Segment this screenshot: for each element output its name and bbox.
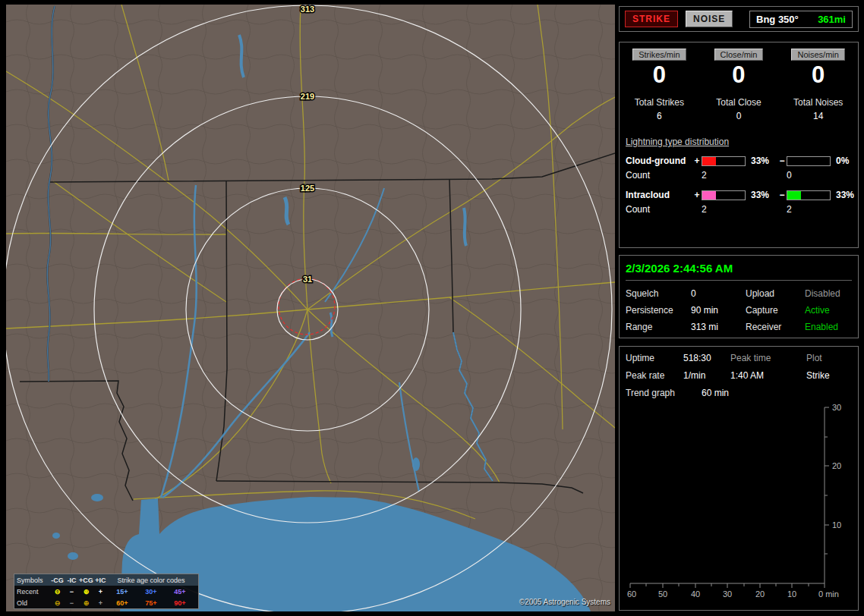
total-strikes-value: 6 bbox=[620, 111, 699, 121]
toolbar-panel: STRIKE NOISE Bng 350° 361mi bbox=[619, 6, 859, 32]
trend-x-40: 40 bbox=[691, 589, 700, 599]
legend-symbols-header: Symbols bbox=[17, 577, 50, 584]
trend-graph: 30 20 10 60 50 40 30 20 10 0 min bbox=[626, 401, 853, 600]
old-neg-ic-symbol: − bbox=[65, 599, 79, 607]
persistence-value: 90 min bbox=[691, 305, 746, 316]
trend-axes bbox=[630, 407, 829, 588]
range-label-313: 313 bbox=[301, 5, 314, 14]
peak-rate-value: 1/min bbox=[683, 370, 730, 381]
legend-old-label: Old bbox=[17, 599, 50, 607]
uptime-row: Uptime 518:30 Peak time Plot bbox=[626, 353, 852, 363]
ic-count-label: Count bbox=[626, 204, 692, 215]
plus-sign: + bbox=[692, 156, 702, 166]
bearing-value: 361mi bbox=[818, 14, 846, 25]
intracloud-label: Intracloud bbox=[626, 190, 692, 200]
lightning-distribution: Lightning type distribution Cloud-ground… bbox=[620, 121, 858, 215]
noise-button[interactable]: NOISE bbox=[686, 11, 733, 27]
ic-plus-count: 2 bbox=[702, 204, 749, 215]
cloud-ground-row: Cloud-ground + 33% − 0% bbox=[626, 156, 852, 166]
strikes-per-min-header[interactable]: Strikes/min bbox=[632, 49, 686, 61]
legend-recent-row: Recent ⊖ − ⊕ + 15+ 30+ 45+ bbox=[14, 586, 198, 597]
recent-neg-ic-symbol: − bbox=[65, 588, 79, 596]
cg-minus-count: 0 bbox=[787, 170, 834, 181]
age-60: 60+ bbox=[108, 599, 137, 607]
age-75: 75+ bbox=[137, 599, 166, 607]
range-label-31: 31 bbox=[303, 275, 312, 284]
close-per-min-header[interactable]: Close/min bbox=[714, 49, 764, 61]
cg-minus-bar bbox=[787, 156, 831, 166]
ic-plus-pct: 33% bbox=[749, 190, 777, 200]
legend-header-row: Symbols -CG -IC +CG +IC Strike age color… bbox=[14, 574, 198, 586]
trend-x-0-min: 0 min bbox=[818, 589, 839, 599]
peak-rate-label: Peak rate bbox=[626, 370, 683, 381]
total-close-label: Total Close bbox=[699, 97, 779, 108]
cloud-ground-count-row: Count 2 0 bbox=[626, 170, 852, 181]
recent-pos-ic-symbol: + bbox=[93, 588, 108, 596]
current-datetime: 2/3/2026 2:44:56 AM bbox=[626, 262, 852, 275]
cg-count-label: Count bbox=[626, 170, 692, 181]
age-90: 90+ bbox=[166, 599, 194, 607]
legend-age-title: Strike age color codes bbox=[108, 577, 194, 584]
noises-per-min-header[interactable]: Noises/min bbox=[791, 49, 844, 61]
plus-sign: + bbox=[692, 190, 702, 200]
squelch-value: 0 bbox=[691, 288, 746, 299]
total-strikes-label: Total Strikes bbox=[620, 97, 699, 108]
peak-rate-row: Peak rate 1/min 1:40 AM Strike bbox=[626, 370, 852, 381]
copyright-text: ©2005 Astrogenic Systems bbox=[519, 598, 610, 606]
trend-y-10: 10 bbox=[832, 520, 841, 530]
old-neg-cg-symbol: ⊖ bbox=[50, 599, 65, 607]
strikes-per-min-value: 0 bbox=[620, 62, 699, 88]
old-pos-cg-symbol: ⊕ bbox=[79, 599, 93, 607]
ic-minus-pct: 33% bbox=[834, 190, 859, 200]
cg-plus-count: 2 bbox=[702, 170, 749, 181]
strike-button[interactable]: STRIKE bbox=[625, 11, 678, 27]
plot-value: Strike bbox=[806, 370, 852, 381]
noises-per-min-value: 0 bbox=[778, 62, 858, 88]
lightning-map[interactable]: 313 219 125 31 Symbols -CG -IC +CG +IC S… bbox=[6, 5, 615, 611]
minus-sign: − bbox=[777, 156, 787, 166]
ic-plus-bar bbox=[702, 190, 746, 200]
stats-panel: Strikes/min Close/min Noises/min 0 0 0 T… bbox=[619, 42, 859, 248]
trend-x-60: 60 bbox=[627, 589, 636, 599]
trend-y-20: 20 bbox=[832, 461, 841, 470]
legend-old-row: Old ⊖ − ⊕ + 60+ 75+ 90+ bbox=[14, 597, 198, 608]
age-30: 30+ bbox=[137, 588, 166, 596]
squelch-label: Squelch bbox=[626, 288, 691, 299]
upload-label: Upload bbox=[746, 288, 805, 299]
trend-x-50: 50 bbox=[658, 589, 667, 599]
trend-graph-row: Trend graph 60 min bbox=[626, 388, 852, 398]
receiver-status: Enabled bbox=[805, 322, 852, 332]
map-legend: Symbols -CG -IC +CG +IC Strike age color… bbox=[14, 574, 199, 609]
uptime-label: Uptime bbox=[626, 353, 683, 363]
range-label: Range bbox=[626, 322, 691, 332]
trend-x-30: 30 bbox=[723, 589, 732, 599]
ic-plus-bar-fill bbox=[702, 191, 716, 200]
clock-settings-panel: 2/3/2026 2:44:56 AM Squelch 0 Upload Dis… bbox=[619, 255, 859, 338]
total-noises-value: 14 bbox=[778, 111, 858, 121]
recent-pos-cg-symbol: ⊕ bbox=[79, 588, 93, 596]
settings-row: Range 313 mi Receiver Enabled bbox=[626, 322, 852, 332]
receiver-label: Receiver bbox=[746, 322, 805, 332]
trend-graph-value: 60 min bbox=[702, 388, 852, 398]
trend-x-10: 10 bbox=[787, 589, 796, 599]
cg-minus-pct: 0% bbox=[834, 156, 859, 166]
separator-line bbox=[626, 280, 852, 281]
recent-neg-cg-symbol: ⊖ bbox=[50, 588, 65, 596]
map-canvas[interactable]: 313 219 125 31 bbox=[6, 5, 615, 611]
uptime-value: 518:30 bbox=[683, 353, 730, 363]
range-label-219: 219 bbox=[301, 92, 314, 101]
cloud-ground-label: Cloud-ground bbox=[626, 156, 692, 166]
total-noises-label: Total Noises bbox=[778, 97, 858, 108]
settings-row: Persistence 90 min Capture Active bbox=[626, 305, 852, 316]
legend-col-neg-cg: -CG bbox=[50, 577, 65, 584]
close-per-min-value: 0 bbox=[699, 62, 779, 88]
ic-minus-bar bbox=[787, 190, 831, 200]
capture-label: Capture bbox=[746, 305, 805, 316]
cg-plus-pct: 33% bbox=[749, 156, 777, 166]
trend-x-20: 20 bbox=[755, 589, 765, 599]
peak-time-label: Peak time bbox=[730, 353, 806, 363]
range-value: 313 mi bbox=[691, 322, 746, 332]
old-pos-ic-symbol: + bbox=[93, 599, 108, 607]
capture-status: Active bbox=[805, 305, 852, 316]
legend-col-neg-ic: -IC bbox=[65, 577, 79, 584]
